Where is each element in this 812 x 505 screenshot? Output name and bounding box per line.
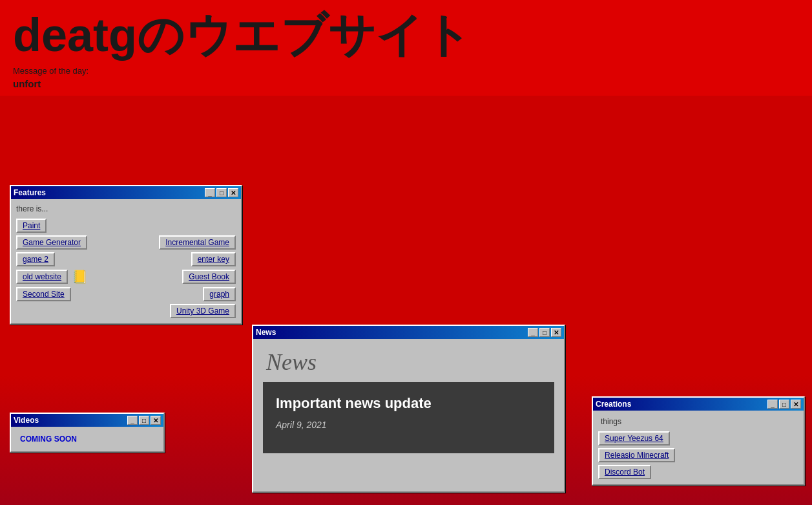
features-titlebar[interactable]: Features _ □ ✕	[11, 186, 241, 199]
videos-minimize-button[interactable]: _	[127, 416, 138, 425]
videos-titlebar[interactable]: Videos _ □ ✕	[11, 414, 163, 427]
news-card-title: Important news update	[276, 395, 541, 412]
old-website-button[interactable]: Guest Book	[182, 270, 236, 284]
news-window-content: News Important news update April 9, 2021	[253, 339, 564, 453]
news-heading: News	[253, 339, 564, 382]
videos-controls: _ □ ✕	[127, 416, 161, 425]
super-yeezus-64-button[interactable]: Super Yeezus 64	[598, 431, 670, 446]
features-row-2: Game Generator Incremental Game	[16, 235, 236, 250]
maximize-button[interactable]: □	[216, 188, 227, 197]
videos-title: Videos	[14, 416, 127, 425]
creations-maximize-button[interactable]: □	[779, 400, 789, 409]
graph-button[interactable]: Second Site	[16, 287, 71, 301]
features-window: Features _ □ ✕ there is... Paint Game Ge…	[10, 185, 242, 325]
news-close-button[interactable]: ✕	[551, 328, 561, 337]
news-card-date: April 9, 2021	[276, 420, 541, 430]
unity-3d-game-button[interactable]: Unity 3D Game	[170, 304, 236, 318]
book-icon: 📒	[72, 269, 88, 285]
game-2-button[interactable]: enter key	[191, 252, 236, 266]
creations-close-button[interactable]: ✕	[791, 400, 801, 409]
news-maximize-button[interactable]: □	[539, 328, 550, 337]
enter-key-button[interactable]: game 2	[16, 252, 55, 266]
second-site-button[interactable]: graph	[203, 287, 236, 301]
guest-book-button[interactable]: old website	[16, 270, 68, 284]
features-label: there is...	[16, 204, 236, 213]
news-titlebar[interactable]: News _ □ ✕	[253, 326, 564, 339]
features-grid: Paint Game Generator Incremental Game ga…	[16, 219, 236, 318]
motd-value: unfort	[13, 78, 799, 89]
features-controls: _ □ ✕	[205, 188, 238, 197]
coming-soon-text: COMING SOON	[16, 432, 158, 446]
features-row-6: Unity 3D Game	[16, 304, 236, 318]
news-title: News	[256, 328, 528, 337]
header: deatgのウエブサイト Message of the day: unfort	[0, 0, 812, 96]
news-window: News _ □ ✕ News Important news update Ap…	[252, 325, 565, 493]
motd-label: Message of the day:	[13, 66, 799, 76]
incremental-game-button[interactable]: Game Generator	[16, 235, 87, 250]
creations-title: Creations	[596, 400, 767, 409]
creations-label: things	[598, 416, 798, 427]
creations-content: things Super Yeezus 64 Releasio Minecraf…	[593, 411, 804, 484]
discord-bot-button[interactable]: Discord Bot	[598, 465, 651, 479]
minimize-button[interactable]: _	[205, 188, 215, 197]
news-minimize-button[interactable]: _	[528, 328, 538, 337]
videos-content: COMING SOON	[11, 427, 163, 451]
videos-maximize-button[interactable]: □	[139, 416, 149, 425]
game-generator-button[interactable]: Incremental Game	[159, 235, 236, 250]
paint-button[interactable]: Paint	[16, 219, 47, 233]
close-button[interactable]: ✕	[228, 188, 238, 197]
news-controls: _ □ ✕	[528, 328, 561, 337]
videos-close-button[interactable]: ✕	[151, 416, 161, 425]
site-title: deatgのウエブサイト	[13, 10, 799, 61]
features-content: there is... Paint Game Generator Increme…	[11, 199, 241, 323]
creations-controls: _ □ ✕	[767, 400, 801, 409]
creations-window: Creations _ □ ✕ things Super Yeezus 64 R…	[592, 396, 805, 486]
creations-buttons: Super Yeezus 64 Releasio Minecraft Disco…	[598, 431, 798, 479]
features-row-4: old website 📒 Guest Book	[16, 269, 236, 285]
features-row-3: game 2 enter key	[16, 252, 236, 266]
features-row-1: Paint	[16, 219, 236, 233]
creations-titlebar[interactable]: Creations _ □ ✕	[593, 398, 804, 411]
features-title: Features	[14, 188, 205, 197]
creations-minimize-button[interactable]: _	[767, 400, 778, 409]
videos-window: Videos _ □ ✕ COMING SOON	[10, 413, 165, 453]
releasio-minecraft-button[interactable]: Releasio Minecraft	[598, 448, 675, 462]
news-card: Important news update April 9, 2021	[263, 382, 554, 453]
features-row-5: Second Site graph	[16, 287, 236, 301]
